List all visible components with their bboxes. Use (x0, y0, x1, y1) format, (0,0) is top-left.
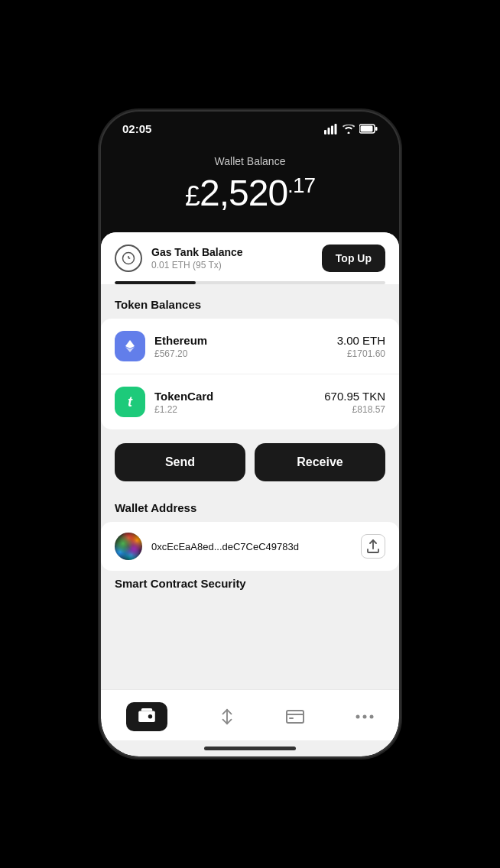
amount-cents: .17 (287, 173, 315, 197)
more-nav-icon (356, 714, 374, 719)
nav-item-card[interactable] (274, 707, 317, 727)
currency-symbol: £ (185, 180, 200, 212)
eth-fiat: £567.20 (154, 348, 207, 359)
wallet-address-header: Wallet Address (101, 495, 399, 522)
svg-rect-0 (324, 130, 326, 134)
nav-item-transactions[interactable] (206, 705, 248, 728)
wallet-header: Wallet Balance £2,520.17 (101, 140, 399, 232)
svg-rect-6 (361, 126, 373, 132)
token-left-eth: Ethereum £567.20 (115, 331, 207, 361)
token-row-eth: Ethereum £567.20 3.00 ETH £1701.60 (101, 319, 399, 374)
eth-right: 3.00 ETH £1701.60 (337, 334, 385, 359)
gas-tank-subtitle: 0.01 ETH (95 Tx) (151, 260, 243, 270)
eth-name: Ethereum (154, 334, 207, 347)
tkn-fiat: £1.22 (154, 404, 213, 415)
token-balances-header: Token Balances (101, 284, 399, 319)
wallet-address-card: 0xcEcEaA8ed...deC7CeC49783d (101, 522, 399, 571)
token-row-tkn: t TokenCard £1.22 670.95 TKN £818.57 (101, 374, 399, 429)
nav-item-wallet[interactable] (114, 699, 180, 734)
svg-marker-10 (125, 340, 135, 348)
status-bar: 02:05 (101, 112, 399, 140)
eth-amount-fiat: £1701.60 (337, 348, 385, 359)
wallet-amount: £2,520.17 (116, 172, 384, 214)
svg-point-18 (356, 715, 359, 719)
address-avatar (115, 533, 142, 560)
nav-wallet-bg (126, 702, 167, 731)
tkn-right: 670.95 TKN £818.57 (324, 390, 385, 415)
home-bar (204, 747, 296, 750)
home-indicator (101, 740, 399, 756)
gas-icon (115, 245, 142, 272)
card-nav-icon (286, 710, 304, 724)
transactions-nav-icon (219, 708, 235, 725)
phone-frame: 02:05 (101, 112, 399, 756)
wallet-label: Wallet Balance (116, 155, 384, 167)
svg-point-20 (369, 715, 373, 719)
address-row: 0xcEcEaA8ed...deC7CeC49783d (101, 522, 399, 571)
wifi-icon (343, 125, 355, 134)
address-text: 0xcEcEaA8ed...deC7CeC49783d (151, 541, 352, 552)
wallet-nav-icon (138, 708, 155, 722)
svg-rect-2 (331, 125, 333, 134)
tkn-amount: 670.95 TKN (324, 390, 385, 403)
tkn-info: TokenCard £1.22 (154, 390, 213, 415)
smart-contract-title: Smart Contract Security (115, 577, 385, 590)
gas-tank-title: Gas Tank Balance (151, 246, 243, 258)
bottom-nav (101, 689, 399, 740)
token-balances-wrapper: Ethereum £567.20 3.00 ETH £1701.60 (101, 319, 399, 429)
gas-tank-row: Gas Tank Balance 0.01 ETH (95 Tx) Top Up (115, 245, 385, 272)
smart-contract-section: Smart Contract Security (101, 571, 399, 608)
gas-tank-card: Gas Tank Balance 0.01 ETH (95 Tx) Top Up (101, 232, 399, 284)
scroll-content: Gas Tank Balance 0.01 ETH (95 Tx) Top Up… (101, 232, 399, 689)
svg-rect-5 (375, 127, 378, 131)
eth-info: Ethereum £567.20 (154, 334, 207, 359)
svg-rect-15 (287, 711, 304, 723)
battery-icon (359, 124, 378, 134)
tkn-name: TokenCard (154, 390, 213, 403)
svg-rect-12 (138, 711, 155, 722)
gas-tank-info: Gas Tank Balance 0.01 ETH (95 Tx) (151, 246, 243, 270)
tkn-icon: t (115, 387, 145, 417)
svg-point-19 (362, 715, 366, 719)
gas-tank-left: Gas Tank Balance 0.01 ETH (95 Tx) (115, 245, 243, 272)
token-card-wrapper: Ethereum £567.20 3.00 ETH £1701.60 (101, 319, 399, 429)
status-icons (324, 124, 378, 134)
time: 02:05 (122, 122, 151, 135)
svg-rect-3 (335, 124, 337, 134)
receive-button[interactable]: Receive (255, 443, 385, 481)
send-button[interactable]: Send (115, 443, 245, 481)
amount-main: 2,520 (200, 173, 287, 213)
nav-item-more[interactable] (343, 711, 386, 722)
share-button[interactable] (361, 534, 385, 559)
eth-amount: 3.00 ETH (337, 334, 385, 347)
wallet-address-section: Wallet Address 0xcEcEaA8ed...deC7CeC4978… (101, 495, 399, 571)
token-left-tkn: t TokenCard £1.22 (115, 387, 213, 417)
eth-icon (115, 331, 145, 361)
action-buttons: Send Receive (101, 429, 399, 495)
wallet-address-wrapper: 0xcEcEaA8ed...deC7CeC49783d (101, 522, 399, 571)
phone-screen: 02:05 (101, 112, 399, 756)
top-up-button[interactable]: Top Up (322, 245, 385, 272)
svg-rect-13 (148, 714, 152, 718)
tkn-amount-fiat: £818.57 (324, 404, 385, 415)
signal-icon (324, 124, 338, 134)
svg-rect-1 (328, 128, 330, 134)
